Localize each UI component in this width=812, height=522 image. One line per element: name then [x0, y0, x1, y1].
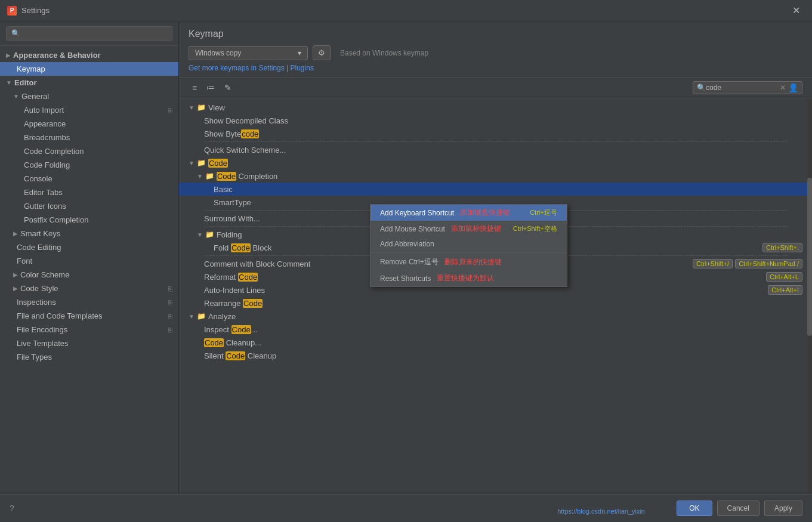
tree-row[interactable]: ▼ 📁 Code Completion	[179, 169, 812, 183]
keymap-dropdown[interactable]: Windows copy ▾	[189, 46, 308, 60]
item-label: Comment with Block Comment	[204, 260, 310, 268]
item-label: Show Bytecode	[204, 129, 259, 138]
help-button[interactable]: ?	[10, 504, 14, 513]
sidebar-item-file-types[interactable]: File Types	[0, 350, 178, 364]
sidebar-item-smart-keys[interactable]: ▶ Smart Keys	[0, 227, 178, 240]
sidebar-item-code-editing[interactable]: Code Editing	[0, 240, 178, 254]
tree-row[interactable]: Quick Switch Scheme...	[179, 143, 812, 156]
sidebar-item-postfix-completion[interactable]: Postfix Completion	[0, 213, 178, 227]
sidebar-item-editor[interactable]: ▼ Editor	[0, 76, 178, 89]
expand-icon: ▼	[189, 160, 194, 166]
sidebar-label: Code Completion	[24, 147, 84, 156]
gear-button[interactable]: ⚙	[313, 45, 331, 60]
sidebar-item-gutter-icons[interactable]: Gutter Icons	[0, 199, 178, 213]
tree-row[interactable]: Show Bytecode	[179, 127, 812, 140]
sidebar-item-code-completion[interactable]: Code Completion	[0, 144, 178, 158]
tree-row[interactable]: Code Cleanup...	[179, 336, 812, 349]
tree-row[interactable]: Show Decompiled Class	[179, 114, 812, 127]
sidebar-item-breadcrumbs[interactable]: Breadcrumbs	[0, 131, 178, 144]
sidebar-item-console[interactable]: Console	[0, 172, 178, 186]
expand-icon: ▼	[189, 104, 194, 111]
sidebar-item-live-templates[interactable]: Live Templates	[0, 336, 178, 350]
sidebar-label: Breadcrumbs	[24, 133, 70, 142]
item-label: Code Cleanup...	[204, 338, 261, 347]
sidebar-item-general[interactable]: ▼ General	[0, 89, 178, 103]
sidebar-label: Color Scheme	[20, 270, 69, 279]
sidebar-item-font[interactable]: Font	[0, 254, 178, 268]
search-input[interactable]	[706, 84, 777, 92]
sidebar-item-editor-tabs[interactable]: Editor Tabs	[0, 186, 178, 199]
ctx-item-reset-shortcuts[interactable]: Reset Shortcuts 重置快捷键为默认	[371, 270, 567, 286]
shortcut-badges: Ctrl+Alt+I	[768, 285, 802, 295]
shortcut-badge: Ctrl+Shift+.	[762, 243, 802, 252]
tree-row[interactable]: Silent Code Cleanup	[179, 349, 812, 362]
item-label: Show Decompiled Class	[204, 116, 288, 125]
expand-icon: ▼	[189, 313, 194, 320]
badge-icon: ⎘	[168, 326, 172, 333]
edit-button[interactable]: ✎	[221, 81, 235, 94]
expand-arrow: ▶	[13, 285, 18, 292]
folder-icon: 📁	[197, 159, 206, 167]
item-label: Fold Code Block	[214, 243, 271, 252]
collapse-all-button[interactable]: ≡	[189, 81, 200, 94]
expand-arrow: ▶	[13, 230, 18, 237]
sidebar-item-appearance[interactable]: Appearance	[0, 117, 178, 131]
sidebar-label: Console	[24, 174, 53, 183]
highlight-text: Code	[226, 351, 245, 360]
ctx-item-add-keyboard[interactable]: Add Keyboard Shortcut 添加键盘快捷键 Ctrl+逗号	[371, 205, 567, 221]
ctx-item-add-mouse[interactable]: Add Mouse Shortcut 添加鼠标快捷键 Ctrl+Shift+空格	[371, 221, 567, 237]
more-keymaps-link[interactable]: Get more keymaps in Settings | Plugins	[189, 64, 802, 72]
ctx-item-remove-ctrl[interactable]: Remove Ctrl+逗号 删除原来的快捷键	[371, 254, 567, 270]
expand-arrow: ▶	[6, 52, 11, 58]
expand-selected-button[interactable]: ≔	[203, 81, 218, 94]
sidebar-item-inspections[interactable]: Inspections ⎘	[0, 295, 178, 309]
search-bar: 🔍 ✕ 👤	[693, 81, 802, 94]
sidebar-item-file-encodings[interactable]: File Encodings ⎘	[0, 323, 178, 336]
item-label: Reformat Code	[204, 273, 258, 282]
ctx-item-label: Reset Shortcuts	[380, 274, 431, 283]
folder-icon: 📁	[197, 312, 206, 320]
tree-row[interactable]: Inspect Code...	[179, 323, 812, 336]
scrollbar-track[interactable]	[807, 98, 812, 494]
search-icon: 🔍	[697, 84, 706, 92]
close-button[interactable]: ✕	[788, 2, 805, 18]
person-icon[interactable]: 👤	[788, 83, 798, 92]
highlight-text: Code	[208, 159, 228, 168]
sidebar-label: Code Folding	[24, 160, 70, 169]
apply-button[interactable]: Apply	[764, 501, 802, 516]
sidebar-label: Smart Keys	[20, 229, 60, 238]
ctx-item-label: Remove Ctrl+逗号	[380, 257, 439, 267]
cancel-button[interactable]: Cancel	[717, 501, 759, 516]
sidebar-item-code-style[interactable]: ▶ Code Style ⎘	[0, 282, 178, 295]
sidebar-label: Inspections	[17, 298, 56, 307]
item-label: Silent Code Cleanup	[204, 351, 276, 360]
expand-arrow: ▼	[6, 79, 12, 86]
sidebar-item-file-code-templates[interactable]: File and Code Templates ⎘	[0, 309, 178, 323]
tree-row[interactable]: Basic	[179, 183, 812, 196]
tree-row[interactable]: Rearrange Code	[179, 296, 812, 310]
tree-row[interactable]: ▼ 📁 Code	[179, 156, 812, 169]
scrollbar-thumb[interactable]	[807, 178, 812, 336]
window-title: Settings	[21, 6, 788, 15]
sidebar-item-code-folding[interactable]: Code Folding	[0, 158, 178, 172]
tree-row[interactable]: ▼ 📁 View	[179, 101, 812, 114]
sidebar-item-appearance-behavior[interactable]: ▶ Appearance & Behavior	[0, 48, 178, 62]
highlight-text: Code	[231, 325, 251, 334]
ok-button[interactable]: OK	[677, 501, 712, 516]
folder-icon: 📁	[197, 103, 206, 112]
sidebar-item-color-scheme[interactable]: ▶ Color Scheme	[0, 268, 178, 282]
sidebar-item-auto-import[interactable]: Auto Import ⎘	[0, 103, 178, 117]
sidebar-item-keymap[interactable]: Keymap	[0, 62, 178, 76]
ctx-item-add-abbreviation[interactable]: Add Abbreviation	[371, 237, 567, 251]
sidebar-label: Auto Import	[24, 106, 64, 115]
ctx-shortcut: Ctrl+Shift+空格	[501, 224, 557, 233]
item-label: Auto-Indent Lines	[204, 286, 265, 295]
item-label: SmartType	[214, 198, 251, 207]
item-label: Basic	[214, 185, 233, 194]
clear-search-icon[interactable]: ✕	[780, 84, 786, 92]
tree-row[interactable]: ▼ 📁 Analyze	[179, 310, 812, 323]
sidebar-label: File Types	[17, 353, 52, 362]
ctx-item-label: Add Abbreviation	[380, 240, 434, 248]
ctx-cn-annotation: 重置快捷键为默认	[437, 273, 494, 283]
sidebar-search-input[interactable]	[6, 26, 172, 41]
